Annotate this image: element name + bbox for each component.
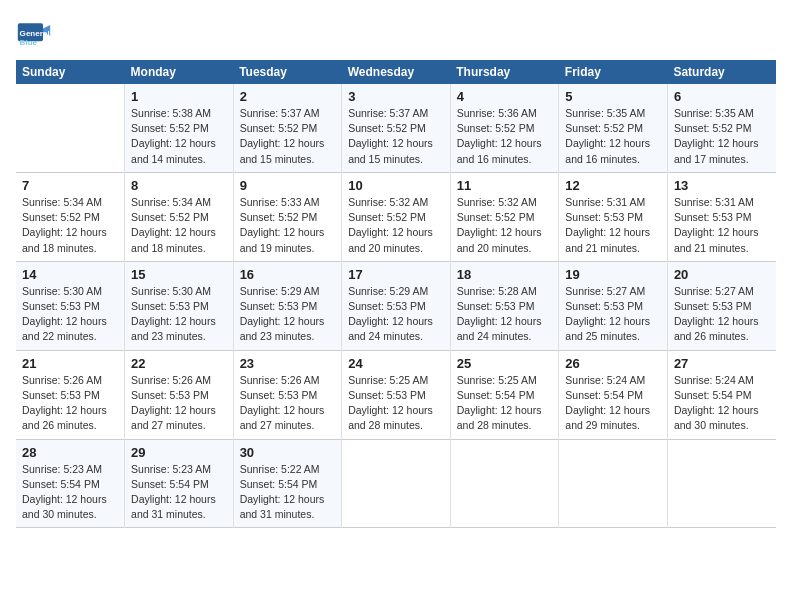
calendar-cell: 29Sunrise: 5:23 AM Sunset: 5:54 PM Dayli… — [125, 439, 234, 528]
day-number: 2 — [240, 89, 336, 104]
day-number: 19 — [565, 267, 661, 282]
calendar-cell: 11Sunrise: 5:32 AM Sunset: 5:52 PM Dayli… — [450, 172, 559, 261]
calendar-cell: 5Sunrise: 5:35 AM Sunset: 5:52 PM Daylig… — [559, 84, 668, 172]
col-header-friday: Friday — [559, 60, 668, 84]
day-info: Sunrise: 5:29 AM Sunset: 5:53 PM Dayligh… — [348, 284, 444, 345]
calendar-cell: 6Sunrise: 5:35 AM Sunset: 5:52 PM Daylig… — [667, 84, 776, 172]
day-number: 11 — [457, 178, 553, 193]
day-number: 20 — [674, 267, 770, 282]
day-number: 4 — [457, 89, 553, 104]
day-info: Sunrise: 5:31 AM Sunset: 5:53 PM Dayligh… — [565, 195, 661, 256]
calendar-cell — [559, 439, 668, 528]
day-info: Sunrise: 5:38 AM Sunset: 5:52 PM Dayligh… — [131, 106, 227, 167]
day-info: Sunrise: 5:25 AM Sunset: 5:54 PM Dayligh… — [457, 373, 553, 434]
calendar-cell — [342, 439, 451, 528]
week-row-4: 21Sunrise: 5:26 AM Sunset: 5:53 PM Dayli… — [16, 350, 776, 439]
calendar-cell: 13Sunrise: 5:31 AM Sunset: 5:53 PM Dayli… — [667, 172, 776, 261]
day-info: Sunrise: 5:37 AM Sunset: 5:52 PM Dayligh… — [348, 106, 444, 167]
day-number: 8 — [131, 178, 227, 193]
calendar-cell: 19Sunrise: 5:27 AM Sunset: 5:53 PM Dayli… — [559, 261, 668, 350]
day-info: Sunrise: 5:33 AM Sunset: 5:52 PM Dayligh… — [240, 195, 336, 256]
calendar-cell — [16, 84, 125, 172]
calendar-cell: 20Sunrise: 5:27 AM Sunset: 5:53 PM Dayli… — [667, 261, 776, 350]
day-info: Sunrise: 5:22 AM Sunset: 5:54 PM Dayligh… — [240, 462, 336, 523]
calendar-cell: 27Sunrise: 5:24 AM Sunset: 5:54 PM Dayli… — [667, 350, 776, 439]
day-info: Sunrise: 5:24 AM Sunset: 5:54 PM Dayligh… — [674, 373, 770, 434]
day-number: 12 — [565, 178, 661, 193]
day-info: Sunrise: 5:36 AM Sunset: 5:52 PM Dayligh… — [457, 106, 553, 167]
calendar-cell: 24Sunrise: 5:25 AM Sunset: 5:53 PM Dayli… — [342, 350, 451, 439]
day-number: 30 — [240, 445, 336, 460]
calendar-table: SundayMondayTuesdayWednesdayThursdayFrid… — [16, 60, 776, 528]
svg-text:Blue: Blue — [20, 38, 38, 47]
day-number: 17 — [348, 267, 444, 282]
calendar-cell: 28Sunrise: 5:23 AM Sunset: 5:54 PM Dayli… — [16, 439, 125, 528]
calendar-cell: 22Sunrise: 5:26 AM Sunset: 5:53 PM Dayli… — [125, 350, 234, 439]
calendar-cell: 9Sunrise: 5:33 AM Sunset: 5:52 PM Daylig… — [233, 172, 342, 261]
col-header-tuesday: Tuesday — [233, 60, 342, 84]
day-number: 3 — [348, 89, 444, 104]
logo-icon: General Blue — [16, 16, 52, 52]
day-info: Sunrise: 5:27 AM Sunset: 5:53 PM Dayligh… — [565, 284, 661, 345]
calendar-cell: 14Sunrise: 5:30 AM Sunset: 5:53 PM Dayli… — [16, 261, 125, 350]
day-number: 6 — [674, 89, 770, 104]
calendar-cell: 17Sunrise: 5:29 AM Sunset: 5:53 PM Dayli… — [342, 261, 451, 350]
day-info: Sunrise: 5:35 AM Sunset: 5:52 PM Dayligh… — [565, 106, 661, 167]
col-header-sunday: Sunday — [16, 60, 125, 84]
day-info: Sunrise: 5:24 AM Sunset: 5:54 PM Dayligh… — [565, 373, 661, 434]
day-info: Sunrise: 5:28 AM Sunset: 5:53 PM Dayligh… — [457, 284, 553, 345]
calendar-header: SundayMondayTuesdayWednesdayThursdayFrid… — [16, 60, 776, 84]
day-info: Sunrise: 5:32 AM Sunset: 5:52 PM Dayligh… — [348, 195, 444, 256]
day-number: 24 — [348, 356, 444, 371]
calendar-cell: 1Sunrise: 5:38 AM Sunset: 5:52 PM Daylig… — [125, 84, 234, 172]
calendar-cell: 2Sunrise: 5:37 AM Sunset: 5:52 PM Daylig… — [233, 84, 342, 172]
day-number: 7 — [22, 178, 118, 193]
calendar-cell: 18Sunrise: 5:28 AM Sunset: 5:53 PM Dayli… — [450, 261, 559, 350]
calendar-cell: 16Sunrise: 5:29 AM Sunset: 5:53 PM Dayli… — [233, 261, 342, 350]
day-number: 14 — [22, 267, 118, 282]
day-info: Sunrise: 5:37 AM Sunset: 5:52 PM Dayligh… — [240, 106, 336, 167]
day-number: 1 — [131, 89, 227, 104]
day-info: Sunrise: 5:30 AM Sunset: 5:53 PM Dayligh… — [131, 284, 227, 345]
calendar-cell: 30Sunrise: 5:22 AM Sunset: 5:54 PM Dayli… — [233, 439, 342, 528]
day-info: Sunrise: 5:26 AM Sunset: 5:53 PM Dayligh… — [131, 373, 227, 434]
calendar-cell: 4Sunrise: 5:36 AM Sunset: 5:52 PM Daylig… — [450, 84, 559, 172]
day-number: 27 — [674, 356, 770, 371]
day-info: Sunrise: 5:34 AM Sunset: 5:52 PM Dayligh… — [22, 195, 118, 256]
day-number: 18 — [457, 267, 553, 282]
day-info: Sunrise: 5:32 AM Sunset: 5:52 PM Dayligh… — [457, 195, 553, 256]
day-info: Sunrise: 5:26 AM Sunset: 5:53 PM Dayligh… — [22, 373, 118, 434]
col-header-saturday: Saturday — [667, 60, 776, 84]
col-header-thursday: Thursday — [450, 60, 559, 84]
calendar-cell: 10Sunrise: 5:32 AM Sunset: 5:52 PM Dayli… — [342, 172, 451, 261]
logo: General Blue — [16, 16, 56, 52]
calendar-cell — [450, 439, 559, 528]
day-info: Sunrise: 5:27 AM Sunset: 5:53 PM Dayligh… — [674, 284, 770, 345]
day-number: 16 — [240, 267, 336, 282]
day-info: Sunrise: 5:26 AM Sunset: 5:53 PM Dayligh… — [240, 373, 336, 434]
page-header: General Blue — [16, 16, 776, 52]
day-number: 29 — [131, 445, 227, 460]
day-info: Sunrise: 5:30 AM Sunset: 5:53 PM Dayligh… — [22, 284, 118, 345]
calendar-cell: 26Sunrise: 5:24 AM Sunset: 5:54 PM Dayli… — [559, 350, 668, 439]
day-number: 13 — [674, 178, 770, 193]
day-info: Sunrise: 5:34 AM Sunset: 5:52 PM Dayligh… — [131, 195, 227, 256]
day-number: 10 — [348, 178, 444, 193]
day-number: 9 — [240, 178, 336, 193]
day-info: Sunrise: 5:35 AM Sunset: 5:52 PM Dayligh… — [674, 106, 770, 167]
day-number: 22 — [131, 356, 227, 371]
week-row-3: 14Sunrise: 5:30 AM Sunset: 5:53 PM Dayli… — [16, 261, 776, 350]
day-info: Sunrise: 5:23 AM Sunset: 5:54 PM Dayligh… — [131, 462, 227, 523]
week-row-2: 7Sunrise: 5:34 AM Sunset: 5:52 PM Daylig… — [16, 172, 776, 261]
calendar-cell — [667, 439, 776, 528]
svg-text:General: General — [20, 29, 50, 38]
calendar-cell: 12Sunrise: 5:31 AM Sunset: 5:53 PM Dayli… — [559, 172, 668, 261]
day-number: 23 — [240, 356, 336, 371]
day-number: 15 — [131, 267, 227, 282]
col-header-monday: Monday — [125, 60, 234, 84]
day-info: Sunrise: 5:25 AM Sunset: 5:53 PM Dayligh… — [348, 373, 444, 434]
calendar-cell: 3Sunrise: 5:37 AM Sunset: 5:52 PM Daylig… — [342, 84, 451, 172]
calendar-cell: 25Sunrise: 5:25 AM Sunset: 5:54 PM Dayli… — [450, 350, 559, 439]
calendar-body: 1Sunrise: 5:38 AM Sunset: 5:52 PM Daylig… — [16, 84, 776, 528]
calendar-cell: 8Sunrise: 5:34 AM Sunset: 5:52 PM Daylig… — [125, 172, 234, 261]
